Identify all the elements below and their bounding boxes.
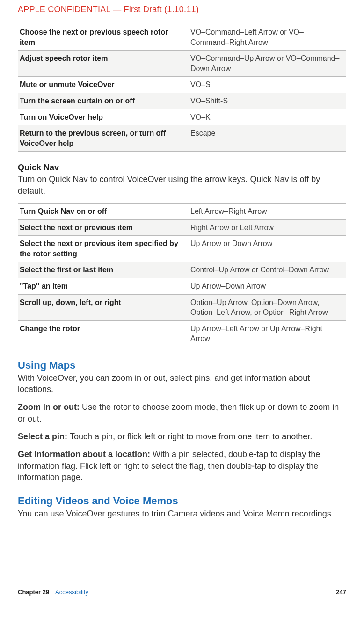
table-row: Select the next or previous item Right A… (18, 219, 346, 236)
zoom-label: Zoom in or out: (18, 402, 82, 412)
table-row: Select the first or last item Control–Up… (18, 262, 346, 278)
shortcut-label: Select the first or last item (18, 262, 189, 278)
quicknav-body: Turn on Quick Nav to control VoiceOver u… (18, 174, 346, 196)
footer-left: Chapter 29 Accessibility (18, 589, 88, 596)
shortcut-label: Turn the screen curtain on or off (18, 93, 189, 109)
quicknav-heading: Quick Nav (18, 163, 346, 173)
shortcuts-table-1: Choose the next or previous speech rotor… (18, 24, 346, 152)
shortcut-value: Control–Up Arrow or Control–Down Arrow (189, 262, 346, 278)
shortcut-value: Left Arrow–Right Arrow (189, 203, 346, 219)
shortcut-value: VO–S (189, 77, 346, 93)
table-row: Scroll up, down, left, or right Option–U… (18, 294, 346, 320)
confidential-banner: APPLE CONFIDENTIAL — First Draft (1.10.1… (18, 5, 346, 15)
shortcut-label: Choose the next or previous speech rotor… (18, 24, 189, 51)
table-row: Change the rotor Up Arrow–Left Arrow or … (18, 320, 346, 347)
shortcut-value: Escape (189, 125, 346, 152)
shortcut-label: Turn on VoiceOver help (18, 109, 189, 125)
shortcut-label: Turn Quick Nav on or off (18, 203, 189, 219)
chapter-number: Chapter 29 (18, 589, 49, 596)
pin-paragraph: Select a pin: Touch a pin, or flick left… (18, 431, 346, 442)
editing-body: You can use VoiceOver gestures to trim C… (18, 508, 346, 519)
shortcut-label: Adjust speech rotor item (18, 51, 189, 77)
table-row: Select the next or previous item specifi… (18, 236, 346, 262)
table-row: "Tap" an item Up Arrow–Down Arrow (18, 278, 346, 294)
page-number: 247 (328, 585, 346, 598)
shortcut-value: Up Arrow–Down Arrow (189, 278, 346, 294)
shortcuts-table-2: Turn Quick Nav on or off Left Arrow–Righ… (18, 203, 346, 347)
shortcut-value: Right Arrow or Left Arrow (189, 219, 346, 236)
table-row: Turn the screen curtain on or off VO–Shi… (18, 93, 346, 109)
shortcut-label: Change the rotor (18, 320, 189, 347)
table-row: Turn Quick Nav on or off Left Arrow–Righ… (18, 203, 346, 219)
shortcut-value: Up Arrow–Left Arrow or Up Arrow–Right Ar… (189, 320, 346, 347)
shortcut-label: Scroll up, down, left, or right (18, 294, 189, 320)
shortcut-label: Return to the previous screen, or turn o… (18, 125, 189, 152)
table-row: Mute or unmute VoiceOver VO–S (18, 77, 346, 93)
shortcut-value: VO–Command–Left Arrow or VO–Command–Righ… (189, 24, 346, 51)
shortcut-value: Up Arrow or Down Arrow (189, 236, 346, 262)
table-row: Adjust speech rotor item VO–Command–Up A… (18, 51, 346, 77)
pin-label: Select a pin: (18, 432, 70, 441)
chapter-title: Accessibility (55, 589, 88, 596)
maps-body: With VoiceOver, you can zoom in or out, … (18, 372, 346, 395)
shortcut-value: VO–Command–Up Arrow or VO–Command–Down A… (189, 51, 346, 77)
shortcut-label: Select the next or previous item (18, 219, 189, 236)
shortcut-value: VO–Shift-S (189, 93, 346, 109)
shortcut-value: VO–K (189, 109, 346, 125)
editing-heading: Editing Videos and Voice Memos (18, 495, 346, 507)
table-row: Return to the previous screen, or turn o… (18, 125, 346, 152)
table-row: Turn on VoiceOver help VO–K (18, 109, 346, 125)
page-footer: Chapter 29 Accessibility 247 (18, 585, 346, 598)
table-row: Choose the next or previous speech rotor… (18, 24, 346, 51)
pin-text: Touch a pin, or flick left or right to m… (70, 432, 312, 441)
using-maps-heading: Using Maps (18, 359, 346, 371)
zoom-paragraph: Zoom in or out: Use the rotor to choose … (18, 401, 346, 424)
shortcut-label: "Tap" an item (18, 278, 189, 294)
shortcut-value: Option–Up Arrow, Option–Down Arrow, Opti… (189, 294, 346, 320)
info-label: Get information about a location: (18, 450, 153, 459)
shortcut-label: Mute or unmute VoiceOver (18, 77, 189, 93)
shortcut-label: Select the next or previous item specifi… (18, 236, 189, 262)
info-paragraph: Get information about a location: With a… (18, 449, 346, 483)
